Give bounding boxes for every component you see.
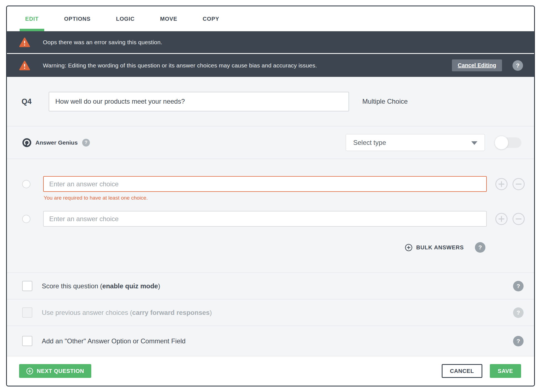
score-question-row: Score this question (enable quiz mode) ?: [7, 273, 534, 299]
plus-circle-icon: [405, 244, 412, 251]
warning-banner-text: Warning: Editing the wording of this que…: [43, 62, 317, 69]
next-question-label: NEXT QUESTION: [37, 368, 84, 374]
other-option-label: Add an "Other" Answer Option or Comment …: [42, 337, 186, 345]
label-text: Use previous answer choices (: [42, 309, 132, 316]
tab-move-label: MOVE: [160, 16, 177, 22]
other-option-checkbox[interactable]: [22, 336, 32, 346]
help-icon[interactable]: ?: [82, 139, 90, 147]
remove-choice-button[interactable]: [512, 178, 525, 190]
tab-move[interactable]: MOVE: [157, 6, 181, 31]
score-question-checkbox[interactable]: [22, 281, 32, 291]
question-editor-panel: EDIT OPTIONS LOGIC MOVE COPY Oops there …: [6, 6, 535, 386]
tab-bar: EDIT OPTIONS LOGIC MOVE COPY: [7, 6, 534, 31]
help-icon[interactable]: ?: [475, 242, 485, 253]
bulk-answers-row: BULK ANSWERS ?: [7, 242, 534, 253]
answer-choice-row: [7, 211, 534, 227]
footer-bar: NEXT QUESTION CANCEL SAVE: [7, 356, 534, 386]
tab-edit[interactable]: EDIT: [22, 6, 42, 31]
radio-icon[interactable]: [22, 215, 30, 223]
answer-choice-input-2[interactable]: [43, 211, 487, 227]
warning-triangle-icon: [19, 61, 30, 70]
tab-edit-label: EDIT: [25, 16, 39, 22]
answer-choice-row: [7, 176, 534, 192]
add-choice-button[interactable]: [495, 178, 508, 190]
cancel-button[interactable]: CANCEL: [442, 364, 482, 378]
select-type-value: Select type: [353, 139, 386, 147]
label-bold: enable quiz mode: [102, 282, 158, 290]
next-question-button[interactable]: NEXT QUESTION: [19, 364, 91, 378]
answer-genius-row: Answer Genius ? Select type: [7, 126, 534, 159]
question-number: Q4: [22, 97, 32, 106]
answer-genius-label: Answer Genius: [35, 139, 78, 146]
select-type-dropdown[interactable]: Select type: [346, 134, 485, 151]
question-type-label: Multiple Choice: [362, 98, 408, 105]
error-banner-text: Oops there was an error saving this ques…: [43, 39, 162, 46]
remove-choice-button[interactable]: [512, 213, 525, 225]
error-banner: Oops there was an error saving this ques…: [7, 31, 534, 53]
save-button[interactable]: SAVE: [490, 364, 521, 378]
cancel-editing-button[interactable]: Cancel Editing: [452, 59, 502, 71]
label-text: ): [210, 309, 212, 316]
tab-options-label: OPTIONS: [64, 16, 91, 22]
tab-options[interactable]: OPTIONS: [61, 6, 94, 31]
tab-copy-label: COPY: [203, 16, 219, 22]
help-icon[interactable]: ?: [513, 336, 524, 346]
add-choice-button[interactable]: [495, 213, 508, 225]
answer-genius-icon: [22, 138, 32, 147]
answer-choice-input-1[interactable]: [43, 176, 487, 192]
help-icon[interactable]: ?: [513, 307, 524, 318]
carry-forward-row: Use previous answer choices (carry forwa…: [7, 299, 534, 326]
question-row: Q4 Multiple Choice: [7, 77, 534, 126]
chevron-down-icon: [471, 141, 477, 145]
answer-choices-section: You are required to have at least one ch…: [7, 159, 534, 273]
score-question-label: Score this question (enable quiz mode): [42, 282, 160, 290]
active-tab-underline: [20, 29, 44, 31]
bulk-answers-button[interactable]: BULK ANSWERS: [416, 244, 464, 251]
radio-icon[interactable]: [22, 180, 30, 188]
toggle-knob: [495, 136, 508, 150]
label-text: ): [158, 282, 160, 290]
warning-triangle-icon: [19, 37, 30, 47]
carry-forward-checkbox[interactable]: [22, 307, 32, 318]
answer-required-error: You are required to have at least one ch…: [44, 195, 534, 201]
help-icon[interactable]: ?: [513, 281, 524, 291]
tab-logic-label: LOGIC: [116, 16, 134, 22]
tab-logic[interactable]: LOGIC: [113, 6, 138, 31]
editor-content: Q4 Multiple Choice Answer Genius ? Selec…: [7, 77, 534, 386]
answer-genius-toggle[interactable]: [495, 137, 521, 148]
warning-banner: Warning: Editing the wording of this que…: [7, 54, 534, 77]
label-bold: carry forward responses: [132, 309, 210, 316]
label-text: Score this question (: [42, 282, 102, 290]
carry-forward-label: Use previous answer choices (carry forwa…: [42, 309, 212, 317]
question-text-input[interactable]: [49, 92, 349, 111]
tab-copy[interactable]: COPY: [199, 6, 223, 31]
other-option-row: Add an "Other" Answer Option or Comment …: [7, 326, 534, 356]
plus-circle-icon: [26, 368, 33, 375]
help-icon[interactable]: ?: [513, 60, 523, 71]
